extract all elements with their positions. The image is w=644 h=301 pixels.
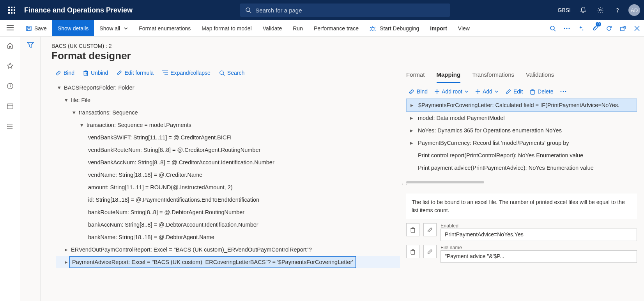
caret-right-icon[interactable]: ▸	[63, 256, 69, 268]
add-root-button[interactable]: Add root	[435, 88, 469, 95]
home-icon[interactable]	[2, 40, 18, 51]
search-input[interactable]: Search for a page	[240, 4, 450, 17]
prop-delete-button[interactable]	[406, 223, 419, 236]
splitter-handle[interactable]: ⋮⋮	[403, 67, 406, 301]
app-title: Finance and Operations Preview	[24, 6, 133, 14]
bind-button[interactable]: Bind	[55, 70, 74, 76]
tab-validations[interactable]: Validations	[526, 70, 554, 83]
workspaces-icon[interactable]	[2, 100, 18, 112]
mapping-edit-button[interactable]: Edit	[506, 88, 523, 95]
tab-transformations[interactable]: Transformations	[472, 70, 514, 83]
breadcrumb: BACS (UK CUSTOM) : 2	[51, 43, 644, 49]
tree-node[interactable]: ▸ ERVendOutPaymControlReport: Excel = "B…	[56, 243, 400, 256]
datasource-node-selected[interactable]: ▸ $PaymentsForCoveringLetter: Calculated…	[406, 99, 637, 112]
caret-down-icon[interactable]: ▾	[63, 94, 69, 106]
description-text: The list to be bound to an excel file. T…	[406, 194, 637, 219]
svg-point-2	[600, 9, 602, 11]
unbind-button[interactable]: Unbind	[83, 70, 108, 76]
datasource-node[interactable]: ▸ model: Data model PaymentModel	[406, 112, 637, 124]
show-details-button[interactable]: Show details	[52, 20, 94, 36]
datasource-node[interactable]: ▸ NoYes: Dynamics 365 for Operations enu…	[406, 124, 637, 137]
caret-down-icon[interactable]: ▾	[79, 119, 85, 131]
datasource-node[interactable]: ▸ PaymentByCurrency: Record list 'model/…	[406, 137, 637, 149]
enabled-field[interactable]: PrintPaymentAdvice=NoYes.Yes	[441, 229, 637, 241]
datasource-node[interactable]: Print payment advice(PrintPaymentAdvice)…	[406, 162, 637, 174]
svg-point-10	[550, 26, 554, 30]
tree-leaf[interactable]: vendBankAccNum: String[8..8] = @.Credito…	[56, 156, 400, 169]
svg-point-39	[563, 91, 564, 92]
prop-edit-button[interactable]	[423, 245, 437, 258]
edit-formula-button[interactable]: Edit formula	[117, 70, 154, 76]
tree-leaf[interactable]: vendBankRouteNum: String[8..8] = @.Credi…	[56, 144, 400, 156]
sparkle-icon[interactable]	[574, 20, 588, 36]
toolbar-search-icon[interactable]	[546, 20, 560, 36]
svg-line-11	[554, 30, 556, 31]
tree-node[interactable]: ▾ transactions: Sequence	[56, 106, 400, 119]
filename-field[interactable]: "Payment advice "&'$P...	[441, 250, 637, 263]
tenant-label[interactable]: GBSI	[558, 7, 571, 13]
close-icon[interactable]	[630, 20, 644, 36]
hamburger-icon[interactable]	[7, 25, 14, 32]
tree-leaf[interactable]: id: String[18..18] = @.PaymentIdentifica…	[56, 194, 400, 206]
tree-search-button[interactable]: Search	[219, 70, 244, 76]
mapping-more-icon[interactable]	[560, 88, 566, 95]
tab-format[interactable]: Format	[406, 70, 425, 83]
expand-collapse-button[interactable]: Expand/collapse	[162, 70, 211, 76]
svg-point-14	[569, 28, 570, 29]
help-icon[interactable]	[610, 2, 625, 18]
performance-trace-button[interactable]: Performance trace	[308, 20, 364, 36]
datasource-node[interactable]: Print control report(PrintControlReport)…	[406, 149, 637, 162]
horizontal-scrollbar[interactable]	[406, 181, 484, 183]
start-debugging-button[interactable]: Start Debugging	[364, 20, 425, 36]
caret-right-icon[interactable]: ▸	[409, 137, 415, 149]
popout-icon[interactable]	[616, 20, 630, 36]
app-launcher-icon[interactable]	[4, 7, 19, 14]
run-button[interactable]: Run	[287, 20, 308, 36]
more-actions-icon[interactable]	[560, 20, 574, 36]
svg-line-32	[223, 74, 225, 76]
save-button[interactable]: Save	[20, 20, 52, 36]
mapping-bind-button[interactable]: Bind	[409, 88, 428, 95]
caret-down-icon[interactable]: ▾	[56, 81, 62, 94]
prop-edit-button[interactable]	[423, 223, 437, 236]
svg-point-12	[564, 28, 565, 29]
mapping-delete-button[interactable]: Delete	[530, 88, 553, 95]
tree-node[interactable]: ▾ BACSReportsFolder: Folder	[56, 81, 400, 94]
caret-right-icon[interactable]: ▸	[409, 112, 415, 124]
tree-leaf[interactable]: bankAccNum: String[8..8] = @.DebtorAccou…	[56, 218, 400, 231]
caret-right-icon[interactable]: ▸	[409, 99, 415, 111]
tree-leaf[interactable]: amount: String[11..11] = ROUND(@.Instruc…	[56, 181, 400, 194]
tree-leaf[interactable]: bankRouteNum: String[8..8] = @.DebtorAge…	[56, 206, 400, 218]
debug-icon	[370, 25, 376, 32]
view-button[interactable]: View	[453, 20, 475, 36]
show-all-label: Show all	[99, 25, 120, 32]
tree-node[interactable]: ▾ file: File	[56, 94, 400, 106]
import-button[interactable]: Import	[425, 20, 453, 36]
show-all-button[interactable]: Show all	[94, 20, 133, 36]
notifications-icon[interactable]	[575, 2, 591, 18]
tab-mapping[interactable]: Mapping	[437, 70, 461, 83]
caret-right-icon[interactable]: ▸	[63, 243, 69, 256]
attach-badge: 0	[596, 22, 601, 26]
tree-leaf[interactable]: vendBankSWIFT: String[11..11] = @.Credit…	[56, 131, 400, 144]
format-enumerations-button[interactable]: Format enumerations	[133, 20, 196, 36]
gear-icon[interactable]	[593, 2, 608, 18]
tree-leaf[interactable]: bankName: String[18..18] = @.DebtorAgent…	[56, 231, 400, 243]
caret-right-icon[interactable]: ▸	[409, 124, 415, 137]
validate-button[interactable]: Validate	[257, 20, 288, 36]
recent-icon[interactable]	[2, 80, 18, 92]
modules-icon[interactable]	[2, 121, 18, 132]
tree-node-selected[interactable]: ▸ PaymentAdviceReport: Excel = "BACS (UK…	[56, 256, 400, 268]
tree-node[interactable]: ▾ transaction: Sequence = model.Payments	[56, 119, 400, 131]
attach-icon[interactable]: 0	[588, 20, 602, 36]
prop-delete-button[interactable]	[406, 245, 419, 258]
favorites-icon[interactable]	[2, 60, 18, 72]
filter-icon[interactable]	[27, 42, 34, 49]
add-button[interactable]: Add	[476, 88, 499, 95]
chevron-down-icon	[124, 27, 128, 30]
refresh-icon[interactable]	[602, 20, 616, 36]
map-format-to-model-button[interactable]: Map format to model	[196, 20, 257, 36]
tree-leaf[interactable]: vendName: String[18..18] = @.Creditor.Na…	[56, 169, 400, 181]
avatar[interactable]: AD	[628, 4, 640, 16]
caret-down-icon[interactable]: ▾	[71, 106, 77, 119]
